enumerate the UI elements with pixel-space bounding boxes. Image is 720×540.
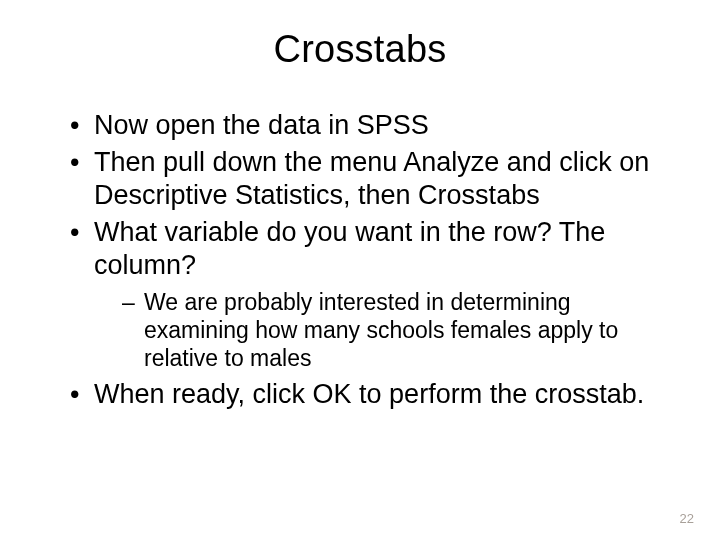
bullet-text: When ready, click OK to perform the cros… [94,379,644,409]
sub-bullet-text: We are probably interested in determinin… [144,289,618,371]
bullet-text: Now open the data in SPSS [94,110,429,140]
page-number: 22 [680,511,694,526]
list-item: We are probably interested in determinin… [122,288,680,372]
list-item: What variable do you want in the row? Th… [70,216,680,372]
bullet-text: Then pull down the menu Analyze and clic… [94,147,649,210]
list-item: When ready, click OK to perform the cros… [70,378,680,411]
list-item: Now open the data in SPSS [70,109,680,142]
slide-title: Crosstabs [40,28,680,71]
sub-bullet-list: We are probably interested in determinin… [94,288,680,372]
list-item: Then pull down the menu Analyze and clic… [70,146,680,212]
slide: Crosstabs Now open the data in SPSS Then… [0,0,720,540]
bullet-list: Now open the data in SPSS Then pull down… [40,109,680,411]
bullet-text: What variable do you want in the row? Th… [94,217,605,280]
